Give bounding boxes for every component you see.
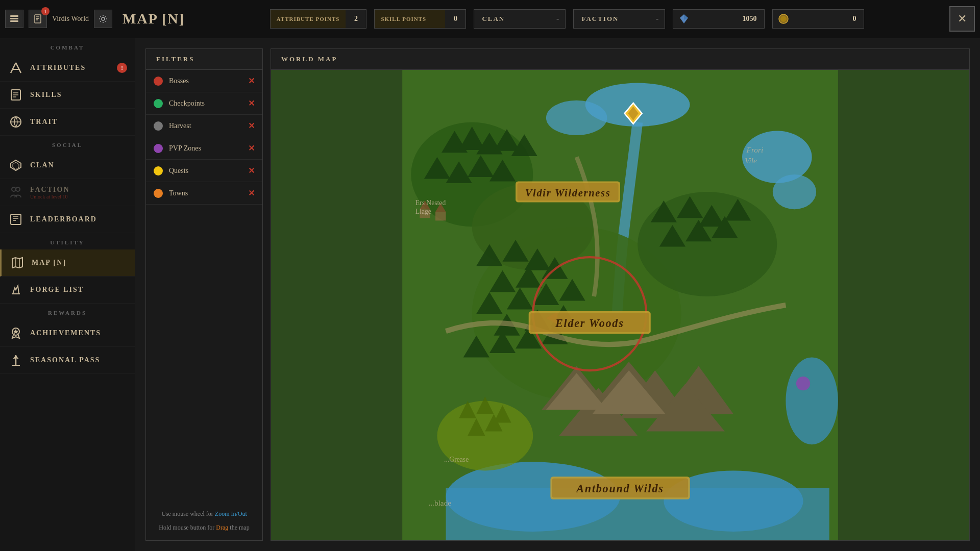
sidebar-item-faction[interactable]: FACTION Unlock at level 10	[0, 179, 135, 206]
skills-label: SKILLS	[30, 91, 62, 99]
seasonal-icon	[8, 352, 24, 368]
skill-points-box: SKILL POINTS 0	[374, 9, 466, 29]
checkpoints-close[interactable]: ✕	[248, 98, 255, 108]
quests-close[interactable]: ✕	[248, 166, 255, 176]
map-icon	[9, 255, 26, 271]
top-bar-stats: ATTRIBUTE POINTS 2 SKILL POINTS 0 CLAN -…	[190, 9, 944, 29]
svg-rect-0	[10, 15, 18, 17]
filter-footer: Use mouse wheel for Zoom In/Out Hold mou…	[146, 205, 262, 540]
sidebar-item-skills[interactable]: SKILLS	[0, 82, 135, 109]
svg-rect-91	[435, 212, 446, 220]
svg-line-12	[11, 63, 16, 73]
svg-point-42	[638, 192, 777, 296]
sidebar-item-clan[interactable]: CLAN	[0, 152, 135, 179]
bosses-dot	[154, 77, 163, 86]
quest-icon-wrapper: 1	[29, 10, 47, 28]
achievements-label: ACHIEVEMENTS	[30, 329, 101, 337]
page-title: MAP [N]	[122, 11, 185, 27]
leaderboard-icon	[8, 211, 24, 228]
map-panel: WORLD MAP	[271, 48, 970, 541]
top-bar-right: ✕	[949, 6, 975, 32]
attributes-icon	[8, 60, 24, 76]
svg-text:Llage: Llage	[415, 208, 431, 215]
svg-point-37	[546, 101, 607, 135]
sidebar-item-attributes[interactable]: ATTRIBUTES !	[0, 55, 135, 82]
svg-marker-32	[13, 329, 18, 334]
seasonal-label: SEASONAL PASS	[30, 356, 100, 364]
svg-point-22	[16, 187, 20, 191]
utility-section-label: UTILITY	[0, 233, 135, 249]
rewards-section-label: REWARDS	[0, 304, 135, 320]
faction-text: FACTION Unlock at level 10	[30, 186, 70, 199]
combat-section-label: COMBAT	[0, 38, 135, 55]
svg-text:Vldir Wilderness: Vldir Wilderness	[525, 187, 611, 198]
map-content[interactable]: Vldir Wilderness Elder Woods Ant	[271, 70, 969, 540]
faction-icon	[8, 184, 24, 201]
attribute-points-label: ATTRIBUTE POINTS	[271, 10, 346, 28]
towns-label: Towns	[169, 189, 242, 197]
filter-bosses[interactable]: Bosses ✕	[146, 70, 262, 92]
sidebar-item-seasonal[interactable]: SEASONAL PASS	[0, 347, 135, 374]
filter-pvp[interactable]: PVP Zones ✕	[146, 137, 262, 160]
towns-dot	[154, 189, 163, 198]
faction-sublabel: Unlock at level 10	[30, 194, 70, 199]
currency2-box: 0	[772, 9, 864, 29]
clan-box: CLAN -	[474, 9, 566, 29]
filter-harvest[interactable]: Harvest ✕	[146, 115, 262, 137]
leaderboard-label: LEADERBOARD	[30, 215, 97, 223]
close-button[interactable]: ✕	[949, 6, 975, 32]
faction-label: FACTION	[574, 15, 656, 23]
harvest-dot	[154, 121, 163, 131]
filter-checkpoints[interactable]: Checkpoints ✕	[146, 92, 262, 115]
clan-icon	[8, 157, 24, 173]
svg-rect-2	[10, 20, 18, 22]
map-image[interactable]: Vldir Wilderness Elder Woods Ant	[271, 70, 969, 540]
filters-panel: FILTERS Bosses ✕ Checkpoints ✕ Harvest ✕…	[145, 48, 263, 541]
svg-point-7	[102, 17, 105, 20]
skills-icon	[8, 87, 24, 103]
svg-point-88	[786, 357, 838, 444]
sidebar-item-trait[interactable]: TRAIT	[0, 109, 135, 136]
zoom-highlight: Zoom In/Out	[215, 510, 247, 517]
trait-label: TRAIT	[30, 118, 58, 126]
content-area: FILTERS Bosses ✕ Checkpoints ✕ Harvest ✕…	[135, 38, 980, 551]
towns-close[interactable]: ✕	[248, 188, 255, 198]
inventory-icon-wrapper	[5, 10, 23, 28]
attribute-points-box: ATTRIBUTE POINTS 2	[270, 9, 367, 29]
clan-label: CLAN	[474, 15, 556, 23]
svg-marker-27	[12, 258, 22, 268]
zoom-hint-text: Use mouse wheel for	[161, 510, 215, 517]
svg-point-21	[12, 187, 16, 191]
sidebar-item-leaderboard[interactable]: LEADERBOARD	[0, 206, 135, 233]
svg-point-11	[780, 16, 787, 22]
bosses-close[interactable]: ✕	[248, 76, 255, 86]
sidebar-item-map[interactable]: MAP [N]	[0, 249, 135, 277]
inventory-button[interactable]	[5, 10, 23, 28]
pvp-close[interactable]: ✕	[248, 143, 255, 153]
drag-hint: Hold mouse button for Drag the map	[154, 523, 255, 533]
checkpoints-label: Checkpoints	[169, 99, 242, 108]
svg-text:Elder Woods: Elder Woods	[555, 317, 624, 330]
svg-rect-3	[35, 15, 41, 23]
trait-icon	[8, 114, 24, 130]
svg-text:...Grease: ...Grease	[444, 456, 469, 463]
svg-text:Antbound Wilds: Antbound Wilds	[575, 482, 664, 495]
faction-box: FACTION -	[573, 9, 665, 29]
sidebar: COMBAT ATTRIBUTES ! SKIL	[0, 38, 135, 551]
notification-badge: 1	[41, 7, 50, 15]
sidebar-item-achievements[interactable]: ACHIEVEMENTS	[0, 320, 135, 347]
top-bar-left: 1 Virdis World MAP [N]	[5, 10, 185, 28]
svg-line-13	[16, 63, 21, 73]
quests-label: Quests	[169, 167, 242, 175]
filter-quests[interactable]: Quests ✕	[146, 160, 262, 182]
harvest-label: Harvest	[169, 122, 242, 130]
filter-towns[interactable]: Towns ✕	[146, 182, 262, 205]
sidebar-item-forge[interactable]: FORGE LIST	[0, 277, 135, 304]
settings-button[interactable]	[94, 10, 112, 28]
harvest-close[interactable]: ✕	[248, 121, 255, 131]
svg-text:...blade: ...blade	[428, 498, 451, 507]
top-bar: 1 Virdis World MAP [N] ATTRIBUTE POINTS …	[0, 0, 980, 38]
clan-label: CLAN	[30, 161, 55, 169]
achievements-icon	[8, 325, 24, 341]
clan-value: -	[556, 14, 565, 23]
